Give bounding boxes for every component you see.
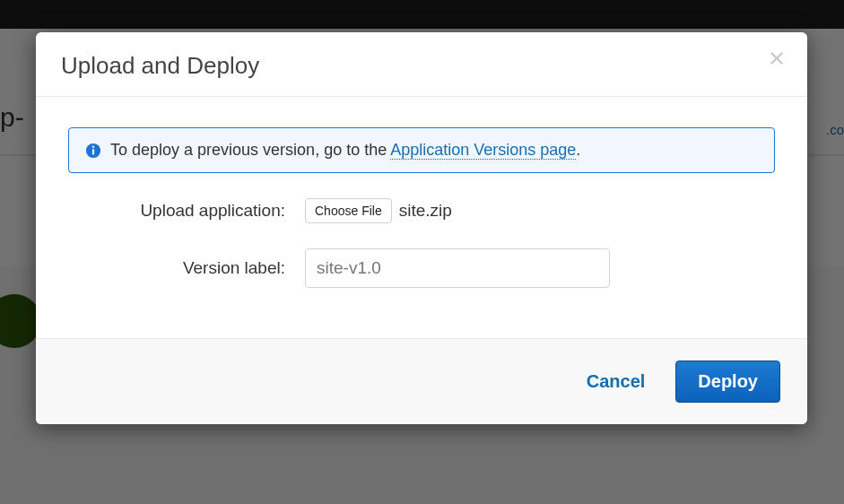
close-icon bbox=[769, 56, 785, 69]
selected-file-name: site.zip bbox=[399, 201, 452, 221]
close-button[interactable] bbox=[766, 48, 787, 70]
info-alert-text: To deploy a previous version, go to the … bbox=[110, 141, 580, 160]
svg-rect-3 bbox=[92, 149, 94, 154]
form-rows: Upload application: Choose File site.zip… bbox=[68, 198, 775, 288]
upload-deploy-dialog: Upload and Deploy To deploy a previous v… bbox=[36, 32, 807, 424]
application-versions-link[interactable]: Application Versions page bbox=[390, 141, 576, 160]
version-label-row: Version label: bbox=[68, 248, 775, 288]
deploy-button[interactable]: Deploy bbox=[675, 361, 780, 403]
upload-application-controls: Choose File site.zip bbox=[305, 198, 452, 223]
info-icon bbox=[85, 143, 101, 159]
version-label-label: Version label: bbox=[68, 258, 305, 278]
choose-file-button[interactable]: Choose File bbox=[305, 198, 392, 223]
cancel-button[interactable]: Cancel bbox=[583, 364, 649, 399]
dialog-header: Upload and Deploy bbox=[36, 32, 807, 97]
version-label-controls bbox=[305, 248, 610, 288]
info-alert-suffix: . bbox=[576, 141, 580, 159]
dialog-body: To deploy a previous version, go to the … bbox=[36, 97, 807, 338]
dialog-title: Upload and Deploy bbox=[61, 52, 782, 80]
upload-application-label: Upload application: bbox=[68, 201, 305, 221]
dialog-footer: Cancel Deploy bbox=[36, 338, 807, 424]
info-alert: To deploy a previous version, go to the … bbox=[68, 127, 775, 173]
info-alert-prefix: To deploy a previous version, go to the bbox=[110, 141, 390, 159]
version-label-input[interactable] bbox=[305, 248, 610, 288]
upload-application-row: Upload application: Choose File site.zip bbox=[68, 198, 775, 223]
svg-point-4 bbox=[92, 145, 95, 148]
